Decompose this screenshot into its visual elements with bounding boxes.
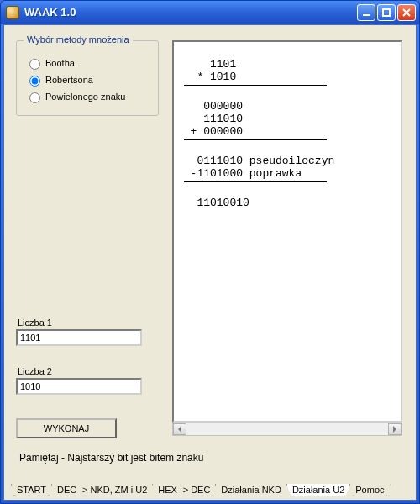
close-button[interactable] [397, 4, 416, 21]
output-line: 000000 [177, 100, 243, 113]
tab-start[interactable]: START [11, 484, 52, 496]
radio-booth-label: Bootha [45, 58, 75, 68]
tab-dec-nkd[interactable]: DEC -> NKD, ZM i U2 [51, 484, 153, 496]
radio-booth-input[interactable] [29, 59, 40, 70]
client-area: Wybór metody mnożenia Bootha Robertsona … [3, 24, 417, 501]
output-line: 11010010 [177, 197, 249, 209]
output-rule [184, 181, 327, 182]
hint-text: Pamiętaj - Najstarszy bit jest bitem zna… [19, 452, 203, 464]
output-rule [184, 139, 327, 140]
tab-hex-dec[interactable]: HEX -> DEC [152, 484, 216, 496]
output-line: 0111010 pseudoiloczyn [177, 155, 334, 167]
tab-dzialania-nkd[interactable]: Działania NKD [215, 484, 287, 496]
method-groupbox: Wybór metody mnożenia Bootha Robertsona … [16, 40, 159, 116]
output-scrollbar[interactable] [172, 423, 402, 436]
bottom-tabs: START DEC -> NKD, ZM i U2 HEX -> DEC Dzi… [11, 484, 390, 496]
radio-robertson[interactable]: Robertsona [25, 73, 150, 87]
scroll-track[interactable] [186, 423, 388, 435]
scroll-right-button[interactable] [388, 423, 402, 435]
window-buttons [357, 4, 416, 21]
tab-pomoc[interactable]: Pomoc [349, 484, 390, 496]
output-area: 1101 * 1010 000000 111010 + 000000 01110… [172, 40, 402, 423]
titlebar[interactable]: WAAK 1.0 [1, 1, 419, 24]
input1-label: Liczba 1 [18, 318, 52, 328]
svg-rect-1 [383, 9, 390, 16]
scroll-left-button[interactable] [173, 423, 186, 435]
input2-field[interactable] [16, 378, 142, 395]
output-rule [184, 85, 327, 86]
radio-powielonego-input[interactable] [29, 92, 40, 103]
output-line: 111010 [177, 113, 243, 125]
groupbox-legend: Wybór metody mnożenia [24, 34, 133, 45]
output-line: + 000000 [177, 125, 243, 138]
content: Wybór metody mnożenia Bootha Robertsona … [4, 25, 416, 500]
output-line: -1101000 poprawka [177, 167, 302, 180]
maximize-button[interactable] [377, 4, 396, 21]
tab-dzialania-u2[interactable]: Działania U2 [286, 484, 350, 496]
radio-booth[interactable]: Bootha [25, 56, 150, 70]
radio-powielonego[interactable]: Powielonego znaku [25, 90, 150, 103]
svg-rect-0 [363, 14, 370, 16]
radio-robertson-label: Robertsona [45, 75, 93, 85]
app-window: WAAK 1.0 Wybór metody mnożenia Bootha [0, 0, 420, 504]
radio-powielonego-label: Powielonego znaku [45, 92, 125, 102]
radio-robertson-input[interactable] [29, 76, 40, 87]
minimize-button[interactable] [357, 4, 375, 21]
app-icon [6, 6, 19, 19]
window-title: WAAK 1.0 [24, 6, 357, 18]
input1-field[interactable] [16, 329, 142, 346]
input2-label: Liczba 2 [18, 366, 52, 376]
execute-button[interactable]: WYKONAJ [16, 418, 117, 438]
output-line: 1101 [177, 58, 236, 71]
output-line: * 1010 [177, 71, 236, 83]
